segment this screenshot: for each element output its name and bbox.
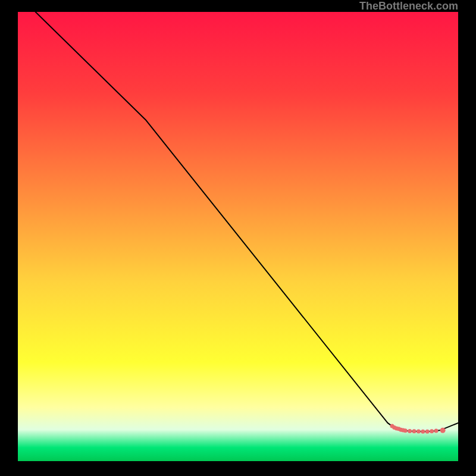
marker-dot — [408, 429, 412, 433]
marker-dot — [416, 430, 421, 434]
marker-dot — [403, 428, 408, 433]
marker-dot — [412, 429, 416, 433]
marker-dot — [434, 429, 439, 433]
marker-dot — [421, 430, 425, 434]
marker-dot — [430, 429, 434, 433]
marker-dot — [425, 430, 430, 434]
chart-container: TheBottleneck.com — [0, 0, 476, 476]
marker-dot — [440, 428, 446, 433]
plot-area — [18, 12, 458, 461]
attribution-text: TheBottleneck.com — [359, 0, 458, 12]
